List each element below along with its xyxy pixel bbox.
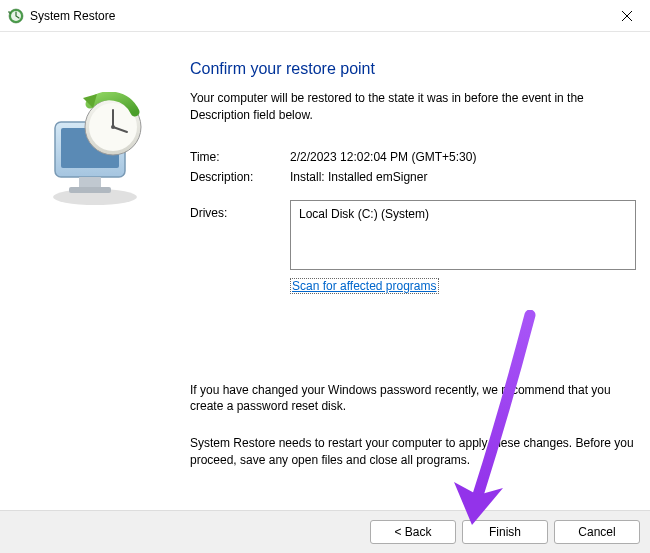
password-note: If you have changed your Windows passwor…: [190, 382, 638, 416]
close-button[interactable]: [604, 0, 650, 32]
body: Confirm your restore point Your computer…: [0, 32, 650, 510]
drives-listbox[interactable]: Local Disk (C:) (System): [290, 200, 636, 270]
description-label: Description:: [190, 170, 290, 184]
content: Confirm your restore point Your computer…: [190, 32, 638, 510]
scan-affected-link[interactable]: Scan for affected programs: [290, 278, 439, 294]
restart-note: System Restore needs to restart your com…: [190, 435, 638, 469]
drives-row: Drives: Local Disk (C:) (System): [190, 200, 638, 270]
time-value: 2/2/2023 12:02:04 PM (GMT+5:30): [290, 150, 638, 164]
titlebar: System Restore: [0, 0, 650, 32]
description-row: Description: Install: Installed emSigner: [190, 170, 638, 184]
drives-label: Drives:: [190, 200, 290, 270]
left-column: [0, 32, 190, 510]
page-heading: Confirm your restore point: [190, 60, 638, 78]
finish-button[interactable]: Finish: [462, 520, 548, 544]
restore-icon: [8, 8, 24, 24]
svg-rect-6: [69, 187, 111, 193]
svg-point-11: [111, 125, 115, 129]
description-value: Install: Installed emSigner: [290, 170, 638, 184]
svg-rect-5: [79, 177, 101, 187]
time-row: Time: 2/2/2023 12:02:04 PM (GMT+5:30): [190, 150, 638, 164]
back-button[interactable]: < Back: [370, 520, 456, 544]
drive-item[interactable]: Local Disk (C:) (System): [299, 207, 627, 221]
time-label: Time:: [190, 150, 290, 164]
page-subtext: Your computer will be restored to the st…: [190, 90, 638, 124]
footer: < Back Finish Cancel: [0, 510, 650, 553]
window-title: System Restore: [30, 9, 115, 23]
restore-graphic-icon: [35, 92, 155, 212]
cancel-button[interactable]: Cancel: [554, 520, 640, 544]
